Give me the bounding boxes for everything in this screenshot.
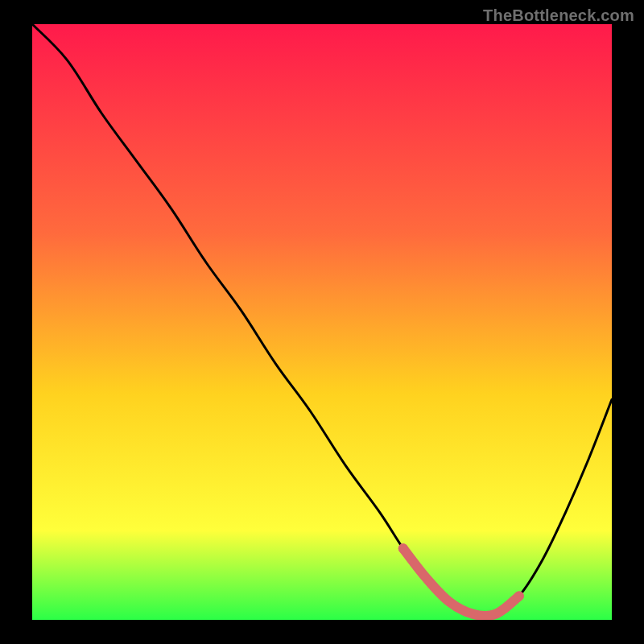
chart-svg (32, 24, 612, 620)
chart-frame: TheBottleneck.com (0, 0, 644, 644)
watermark-text: TheBottleneck.com (483, 6, 634, 25)
gradient-background (32, 24, 612, 620)
highlight-end-dot (514, 591, 524, 601)
bottleneck-chart (32, 24, 612, 620)
